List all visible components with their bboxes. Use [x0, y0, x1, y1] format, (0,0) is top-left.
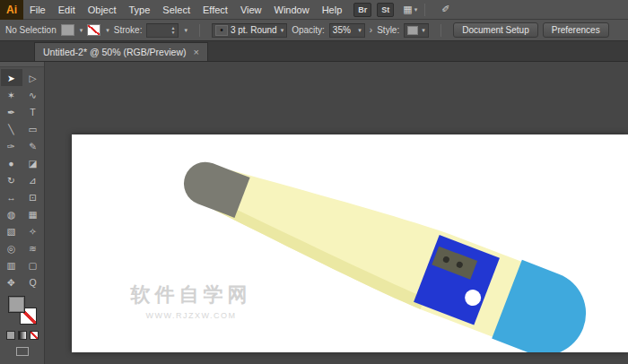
pencil-tool[interactable]: ✎: [22, 137, 44, 154]
arrange-documents-button[interactable]: ▦ ▾: [403, 4, 417, 15]
hand-tool[interactable]: ✥: [1, 273, 22, 290]
menu-window[interactable]: Window: [268, 0, 316, 19]
stroke-weight-caret-icon[interactable]: ▾: [184, 27, 188, 34]
workspace-switcher-button[interactable]: ✐: [441, 4, 449, 15]
fill-color-swatch[interactable]: [61, 24, 74, 36]
style-dropdown[interactable]: ▾: [404, 23, 429, 38]
fill-swatch[interactable]: [8, 296, 25, 313]
none-button[interactable]: [30, 331, 39, 340]
menu-help[interactable]: Help: [316, 0, 349, 19]
menu-type[interactable]: Type: [123, 0, 157, 19]
stock-button[interactable]: St: [377, 3, 394, 17]
brush-definition-dropdown[interactable]: • 3 pt. Round ▾: [212, 23, 287, 38]
selection-tool[interactable]: ➤: [1, 69, 22, 86]
blob-brush-tool[interactable]: ●: [1, 154, 22, 171]
free-transform-tool[interactable]: ⊡: [22, 188, 44, 205]
opacity-input[interactable]: 35% ▾: [329, 23, 365, 38]
thermometer-artwork[interactable]: [72, 134, 628, 352]
style-swatch: [407, 26, 418, 35]
tab-untitled-2[interactable]: Untitled-2* @ 50% (RGB/Preview) ×: [34, 42, 208, 61]
brush-caret-icon: ▾: [281, 27, 284, 34]
line-segment-tool[interactable]: ╲: [1, 120, 22, 137]
lasso-tool[interactable]: ∿: [22, 86, 44, 103]
symbol-sprayer-tool[interactable]: ≋: [22, 239, 44, 256]
bridge-button[interactable]: Br: [353, 3, 371, 17]
tools-panel: ➤▷✶∿✒T╲▭✑✎●◪↻⊿↔⊡◍▦▧✧◎≋▥▢✥Q: [0, 62, 45, 364]
menu-object[interactable]: Object: [82, 0, 123, 19]
arrange-documents-icon: ▦: [403, 4, 412, 15]
eyedropper-tool[interactable]: ✧: [22, 222, 44, 239]
direct-selection-tool[interactable]: ▷: [22, 69, 44, 86]
transparency-panel-chevron-icon[interactable]: ›: [370, 25, 372, 35]
style-label: Style:: [377, 25, 399, 35]
preferences-button[interactable]: Preferences: [543, 22, 609, 38]
width-tool[interactable]: ↔: [1, 188, 22, 205]
tab-bar: Untitled-2* @ 50% (RGB/Preview) ×: [0, 41, 628, 62]
brush-name: 3 pt. Round: [231, 25, 277, 35]
fill-caret-icon[interactable]: ▾: [80, 27, 83, 34]
gradient-tool[interactable]: ▧: [1, 222, 22, 239]
color-button[interactable]: [6, 331, 15, 340]
stroke-label: Stroke:: [114, 25, 143, 35]
eraser-tool[interactable]: ◪: [22, 154, 44, 171]
zoom-tool[interactable]: Q: [22, 273, 44, 290]
menu-select[interactable]: Select: [156, 0, 196, 19]
shape-builder-tool[interactable]: ◍: [1, 205, 22, 222]
menu-bar: Ai FileEditObjectTypeSelectEffectViewWin…: [0, 0, 628, 20]
blend-tool[interactable]: ◎: [1, 239, 22, 256]
rotate-tool[interactable]: ↻: [1, 171, 22, 188]
tool-grid: ➤▷✶∿✒T╲▭✑✎●◪↻⊿↔⊡◍▦▧✧◎≋▥▢✥Q: [0, 67, 44, 290]
magic-wand-tool[interactable]: ✶: [1, 86, 22, 103]
opacity-caret-icon: ▾: [358, 27, 362, 34]
stroke-weight-input[interactable]: ▲ ▼: [146, 23, 179, 38]
menu-effect[interactable]: Effect: [196, 0, 234, 19]
document-setup-button[interactable]: Document Setup: [453, 22, 538, 38]
gradient-button[interactable]: [18, 331, 27, 340]
stroke-color-swatch[interactable]: [87, 24, 100, 36]
pen-tool[interactable]: ✒: [1, 103, 22, 120]
brush-preview-icon: •: [215, 25, 228, 36]
type-tool[interactable]: T: [22, 103, 44, 120]
chevron-down-icon: ▾: [414, 6, 418, 13]
opacity-label: Opacity:: [292, 25, 325, 35]
stroke-stepper[interactable]: ▲ ▼: [170, 26, 175, 35]
column-graph-tool[interactable]: ▥: [1, 256, 22, 273]
fill-stroke-control[interactable]: [8, 296, 37, 325]
illustrator-logo[interactable]: Ai: [0, 0, 23, 20]
stroke-caret-icon[interactable]: ▾: [106, 27, 109, 34]
style-caret-icon: ▾: [422, 27, 425, 34]
screen-mode-button[interactable]: [16, 347, 29, 356]
paintbrush-tool[interactable]: ✑: [1, 137, 22, 154]
opacity-value: 35%: [333, 25, 354, 35]
menu-items: FileEditObjectTypeSelectEffectViewWindow…: [23, 0, 348, 19]
stepper-down-icon[interactable]: ▼: [170, 30, 175, 35]
tab-title: Untitled-2* @ 50% (RGB/Preview): [43, 47, 186, 57]
control-separator-2: [440, 24, 441, 37]
menu-view[interactable]: View: [234, 0, 268, 19]
selection-status: No Selection: [5, 25, 57, 35]
tab-close-icon[interactable]: ×: [193, 47, 198, 57]
menubar-separator: [424, 4, 425, 16]
artboard[interactable]: 软件自学网 WWW.RJZXW.COM: [72, 134, 628, 352]
scale-tool[interactable]: ⊿: [22, 171, 44, 188]
artboard-tool[interactable]: ▢: [22, 256, 44, 273]
control-separator: [199, 24, 200, 37]
workspace-icon: ✐: [441, 4, 449, 15]
menu-edit[interactable]: Edit: [52, 0, 82, 19]
menu-file[interactable]: File: [23, 0, 52, 19]
mesh-tool[interactable]: ▦: [22, 205, 44, 222]
control-bar: No Selection ▾ ▾ Stroke: ▲ ▼ ▾ • 3 pt. R…: [0, 20, 628, 41]
rectangle-tool[interactable]: ▭: [22, 120, 44, 137]
color-mode-row: [0, 331, 44, 340]
